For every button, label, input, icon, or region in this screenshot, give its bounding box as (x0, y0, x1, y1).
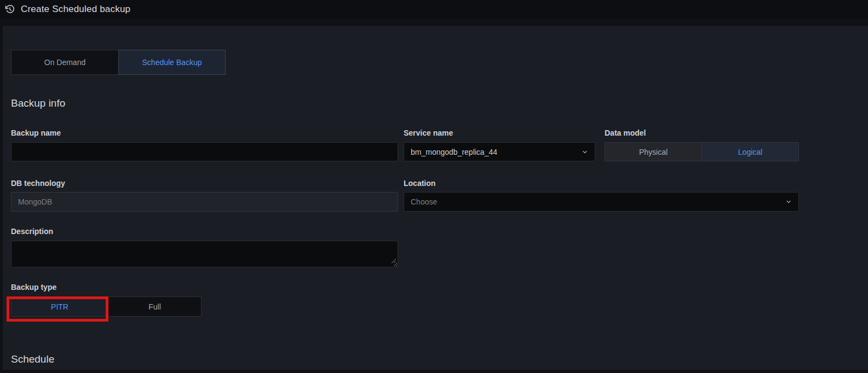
db-technology-input (11, 192, 398, 212)
location-select[interactable]: Choose (404, 192, 799, 212)
location-placeholder: Choose (411, 197, 437, 206)
backup-name-input[interactable] (11, 142, 398, 161)
service-name-select[interactable]: bm_mongodb_replica_44 (404, 142, 595, 161)
chevron-down-icon (785, 199, 792, 205)
backup-type-option-pitr[interactable]: PITR (11, 296, 108, 317)
schedule-heading: Schedule (11, 353, 54, 365)
data-model-toggle-group: Physical Logical (605, 142, 800, 161)
backup-mode-tabs: On Demand Schedule Backup (11, 50, 226, 75)
chevron-down-icon (582, 149, 588, 155)
backup-type-label: Backup type (11, 283, 208, 292)
backup-form-panel: On Demand Schedule Backup Backup info Ba… (3, 26, 868, 370)
history-icon (5, 4, 15, 14)
backup-name-label: Backup name (11, 129, 398, 137)
description-textarea-wrap (11, 241, 398, 267)
service-name-selected-value: bm_mongodb_replica_44 (411, 148, 497, 156)
backup-type-option-full[interactable]: Full (108, 296, 202, 317)
location-field: Location Choose (404, 179, 799, 212)
data-model-label: Data model (605, 129, 800, 137)
data-model-option-logical[interactable]: Logical (702, 142, 799, 161)
description-label: Description (11, 227, 398, 236)
backup-name-field: Backup name (11, 129, 398, 161)
db-technology-field: DB technology (11, 179, 398, 212)
backup-info-heading: Backup info (11, 97, 65, 109)
location-label: Location (404, 179, 799, 188)
backup-type-field: Backup type PITR Full (11, 283, 208, 317)
backup-type-toggle-group: PITR Full (11, 296, 208, 317)
description-textarea[interactable] (11, 241, 398, 267)
page-header: Create Scheduled backup (0, 0, 868, 19)
data-model-option-physical[interactable]: Physical (605, 142, 702, 161)
db-technology-label: DB technology (11, 179, 398, 188)
page-title: Create Scheduled backup (21, 4, 130, 15)
tab-on-demand[interactable]: On Demand (11, 50, 119, 75)
data-model-field: Data model Physical Logical (605, 129, 800, 161)
description-field: Description (11, 227, 398, 267)
service-name-label: Service name (404, 129, 595, 137)
tab-schedule-backup[interactable]: Schedule Backup (118, 50, 226, 75)
service-name-field: Service name bm_mongodb_replica_44 (404, 129, 595, 161)
